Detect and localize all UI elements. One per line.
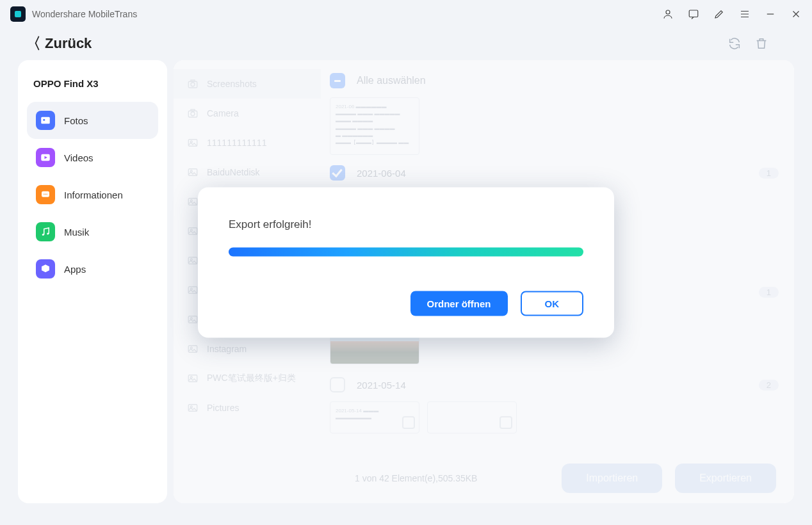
dialog-title: Export erfolgreih! [229, 218, 583, 231]
folder-item[interactable]: Camera [174, 99, 321, 128]
image-icon [186, 225, 199, 237]
select-all-checkbox[interactable] [330, 73, 345, 88]
image-icon [186, 373, 199, 384]
folder-label: Camera [207, 108, 239, 118]
svg-point-16 [191, 112, 195, 116]
sidebar-item-videos[interactable]: Videos [27, 139, 158, 176]
group-checkbox[interactable] [330, 165, 345, 181]
svg-point-0 [666, 10, 670, 14]
group-date: 2021-05-14 [357, 380, 406, 391]
camera-icon [186, 78, 199, 90]
sidebar-item-label: Musik [64, 227, 89, 238]
folder-label: PWC笔试最终版+归类 [207, 373, 296, 384]
back-label: Zurück [45, 35, 92, 52]
sidebar-item-fotos[interactable]: Fotos [27, 102, 158, 139]
sidebar-item-apps[interactable]: Apps [27, 250, 158, 287]
apps-icon [36, 259, 55, 279]
app-title: Wondershare MobileTrans [32, 9, 137, 19]
image-icon [186, 284, 199, 296]
menu-icon[interactable] [739, 8, 751, 20]
svg-rect-1 [689, 10, 698, 17]
open-folder-button[interactable]: Ordner öffnen [410, 291, 508, 316]
svg-point-8 [45, 194, 46, 195]
sidebar-item-label: Informationen [64, 190, 123, 200]
status-text: 1 von 42 Element(e),505.35KB [355, 473, 477, 483]
chat-icon[interactable] [688, 8, 699, 20]
video-icon [36, 148, 55, 167]
folder-item[interactable]: Pictures [174, 393, 321, 423]
export-dialog: Export erfolgreih! Ordner öffnen OK [198, 188, 614, 338]
bottom-bar: 1 von 42 Element(e),505.35KB Importieren… [321, 453, 794, 503]
svg-point-10 [42, 234, 44, 236]
edit-icon[interactable] [713, 8, 725, 20]
back-button[interactable]: 〈 Zurück [26, 33, 92, 54]
group-count: 1 [759, 287, 779, 298]
svg-rect-2 [41, 117, 50, 124]
device-name: OPPO Find X3 [27, 74, 158, 102]
folder-label: Screenshots [207, 79, 257, 89]
sidebar-item-info[interactable]: Informationen [27, 176, 158, 213]
group-count: 2 [759, 380, 779, 391]
refresh-icon[interactable] [727, 36, 742, 51]
thumbnail[interactable] [427, 401, 517, 433]
ok-button[interactable]: OK [521, 291, 584, 316]
svg-rect-17 [191, 109, 195, 111]
thumb-checkbox[interactable] [402, 416, 415, 429]
folder-label: BaiduNetdisk [207, 167, 260, 177]
group-count: 1 [759, 168, 779, 179]
export-button[interactable]: Exportieren [675, 464, 776, 493]
thumb-checkbox[interactable] [499, 416, 512, 429]
folder-label: Pictures [207, 403, 240, 413]
svg-point-7 [44, 194, 45, 195]
select-all-label: Alle auswählen [357, 75, 426, 86]
app-icon [10, 6, 26, 22]
svg-point-3 [43, 119, 45, 121]
folder-label: Instagram [207, 344, 247, 354]
image-icon [186, 402, 199, 414]
svg-point-13 [191, 83, 195, 86]
thumbnail[interactable]: 2021-05-14 ▬▬▬▬▬▬▬▬▬▬ [330, 401, 419, 433]
folder-label: 111111111111 [207, 138, 266, 148]
minimize-icon[interactable] [765, 8, 776, 20]
svg-point-9 [47, 194, 48, 195]
info-icon [36, 185, 55, 204]
thumbnail[interactable]: 2021-06 ▬▬▬▬▬▬▬▬▬▬ ▬▬▬ ▬▬▬▬▬▬▬▬ ▬▬▬▬▬▬▬▬… [330, 97, 419, 155]
sidebar-item-label: Videos [64, 152, 93, 163]
trash-icon[interactable] [754, 36, 768, 51]
titlebar: Wondershare MobileTrans [0, 0, 812, 28]
folder-item[interactable]: Screenshots [174, 69, 321, 99]
import-button[interactable]: Importieren [562, 464, 662, 493]
image-icon [186, 343, 199, 355]
folder-item[interactable]: BaiduNetdisk [174, 158, 321, 187]
image-icon [186, 196, 199, 207]
close-icon[interactable] [790, 8, 802, 20]
sidebar-item-label: Fotos [64, 115, 88, 126]
folder-item[interactable]: 111111111111 [174, 128, 321, 158]
progress-bar [229, 248, 583, 257]
image-icon [186, 255, 199, 266]
chevron-left-icon: 〈 [26, 33, 41, 54]
group-date: 2021-06-04 [357, 168, 406, 179]
music-icon [36, 222, 55, 241]
sidebar: OPPO Find X3 Fotos Videos Informationen … [18, 60, 167, 503]
folder-item[interactable]: Instagram [174, 334, 321, 364]
folder-item[interactable]: PWC笔试最终版+归类 [174, 364, 321, 393]
group-checkbox[interactable] [330, 377, 345, 392]
camera-icon [186, 108, 199, 119]
user-icon[interactable] [662, 8, 674, 20]
svg-rect-14 [191, 80, 195, 81]
sidebar-item-musik[interactable]: Musik [27, 213, 158, 250]
image-icon [186, 166, 199, 178]
image-icon [186, 137, 199, 149]
sidebar-item-label: Apps [64, 264, 86, 275]
back-row: 〈 Zurück [0, 28, 812, 60]
image-icon [186, 314, 199, 325]
photo-icon [36, 111, 55, 130]
svg-point-11 [47, 233, 49, 235]
